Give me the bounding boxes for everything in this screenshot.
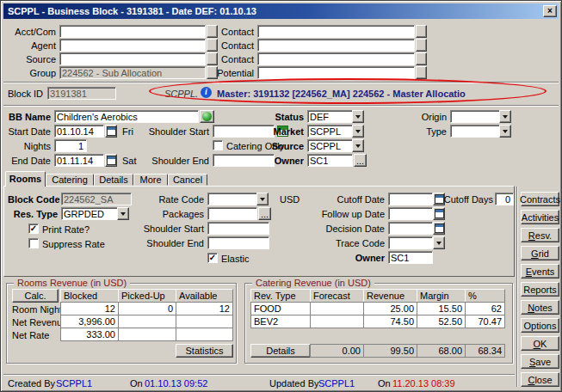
calendar-icon <box>435 209 444 218</box>
elastic-checkbox[interactable]: ✓ <box>207 253 218 263</box>
rate-code-field[interactable] <box>207 193 257 205</box>
market-field[interactable]: SCPPL <box>307 125 353 138</box>
trace-code-dropdown-button[interactable] <box>433 236 445 249</box>
calc-button[interactable]: Calc. <box>12 289 59 303</box>
block-code-label: Block Code <box>8 194 58 205</box>
block-id-field: 3191381 <box>47 87 116 100</box>
side-button-resv[interactable]: Resv. <box>521 228 559 242</box>
contact2-lookup-button[interactable] <box>416 39 427 52</box>
chevron-down-icon <box>503 115 508 121</box>
rate-code-dropdown-button[interactable] <box>256 193 269 205</box>
cutoff-days-field[interactable]: 0 <box>495 193 514 205</box>
status-field[interactable]: DEF <box>307 110 353 123</box>
bb-name-field[interactable]: Children's Aerobics <box>54 110 199 123</box>
nights-field[interactable]: 1 <box>54 139 87 152</box>
owner-ellipsis-button[interactable]: ... <box>354 154 367 167</box>
statistics-button[interactable]: Statistics <box>176 344 233 358</box>
chevron-down-icon <box>355 144 361 150</box>
contact1-field[interactable] <box>257 25 415 38</box>
source-field[interactable]: SCPPL <box>307 139 353 152</box>
column-header-margin: Margin <box>417 289 466 303</box>
source-dropdown-button[interactable] <box>352 139 364 152</box>
type-field[interactable] <box>450 125 500 138</box>
agent-field[interactable] <box>59 39 206 52</box>
table-cell: 0 <box>118 302 176 315</box>
block-id-label: Block ID <box>8 89 43 100</box>
tab-more[interactable]: More <box>133 174 168 186</box>
table-cell <box>118 328 176 341</box>
packages-ellipsis-button[interactable]: ... <box>258 207 271 220</box>
res-type-field[interactable]: GRPDED <box>61 207 118 220</box>
group-label: Group <box>6 68 56 79</box>
tab-details[interactable]: Details <box>94 174 133 186</box>
column-header-available: Available <box>176 289 233 303</box>
tab-rooms[interactable]: Rooms <box>5 171 46 187</box>
side-button-activities[interactable]: Activities <box>521 210 559 224</box>
print-rate-checkbox[interactable]: ✓ <box>28 224 39 234</box>
start-date-calendar-button[interactable] <box>105 125 117 138</box>
total-margin: 68.00 <box>417 344 466 358</box>
window-title: SCPPL - Business Block - 3191381 - Date … <box>8 6 543 16</box>
table-cell: 3,996.00 <box>60 315 119 328</box>
column-header-rev-type: Rev. Type <box>250 289 311 303</box>
side-button-ok[interactable]: OK <box>521 336 559 351</box>
chevron-down-icon <box>120 212 126 218</box>
contact2-label: Contact <box>214 40 254 52</box>
contact2-field[interactable] <box>257 39 415 52</box>
globe-icon <box>202 112 212 121</box>
updated-on-label: On <box>378 378 391 389</box>
type-dropdown-button[interactable] <box>499 125 511 138</box>
side-button-notes[interactable]: Notes <box>521 300 559 315</box>
shoulder-start2-field[interactable] <box>207 222 269 235</box>
acct-com-label: Acct/Com <box>6 27 56 38</box>
end-date-field[interactable]: 01.11.14 <box>54 154 104 167</box>
side-button-close[interactable]: Close <box>521 372 559 387</box>
table-cell <box>310 315 364 328</box>
source-account-field[interactable] <box>59 52 206 65</box>
catering-revenue-group: Catering Revenue (in USD) Rev. Type Fore… <box>244 283 513 364</box>
contact3-lookup-button[interactable] <box>416 52 427 65</box>
potential-field[interactable] <box>257 66 415 79</box>
status-dropdown-button[interactable] <box>352 110 364 123</box>
follow-up-date-field[interactable] <box>388 207 433 220</box>
profile-globe-button[interactable] <box>200 110 214 123</box>
table-cell: 74.50 <box>363 315 417 328</box>
side-button-grid[interactable]: Grid <box>521 246 559 260</box>
market-dropdown-button[interactable] <box>352 125 364 138</box>
end-date-calendar-button[interactable] <box>105 154 117 167</box>
follow-up-calendar-button[interactable] <box>433 207 445 220</box>
tab-catering[interactable]: Catering <box>46 174 94 186</box>
decision-date-field[interactable] <box>388 222 433 235</box>
origin-field[interactable] <box>450 110 500 123</box>
updated-by-value: SCPPL1 <box>318 378 355 389</box>
res-type-dropdown-button[interactable] <box>117 207 129 220</box>
packages-label: Packages <box>132 209 204 220</box>
side-button-save[interactable]: Save <box>521 354 559 369</box>
res-type-label: Res. Type <box>8 209 58 220</box>
packages-field[interactable] <box>207 207 257 220</box>
start-date-field[interactable]: 01.10.14 <box>54 125 104 138</box>
total-percent: 68.34 <box>465 344 505 358</box>
chevron-down-icon <box>260 198 265 204</box>
details-button[interactable]: Details <box>250 344 311 358</box>
trace-code-field[interactable] <box>388 236 433 249</box>
suppress-rate-checkbox[interactable] <box>28 238 39 248</box>
decision-date-calendar-button[interactable] <box>433 222 445 235</box>
side-button-options[interactable]: Options <box>521 318 559 333</box>
contact1-lookup-button[interactable] <box>416 25 427 38</box>
table-cell: 12 <box>60 302 119 315</box>
catering-only-checkbox[interactable] <box>213 140 223 150</box>
side-button-reports[interactable]: Reports <box>521 282 559 297</box>
acct-com-field[interactable] <box>59 25 206 38</box>
origin-dropdown-button[interactable] <box>499 110 511 123</box>
separator <box>3 374 515 376</box>
potential-lookup-button[interactable] <box>416 66 427 79</box>
owner2-field[interactable]: SC1 <box>388 251 433 264</box>
side-button-events[interactable]: Events <box>521 264 559 279</box>
contact3-field[interactable] <box>257 52 415 65</box>
cutoff-date-field[interactable] <box>388 193 433 205</box>
owner-field[interactable]: SC1 <box>307 154 353 167</box>
shoulder-end2-field[interactable] <box>207 236 269 249</box>
side-button-contracts[interactable]: Contracts <box>521 192 559 206</box>
tab-cancel[interactable]: Cancel <box>168 174 207 186</box>
